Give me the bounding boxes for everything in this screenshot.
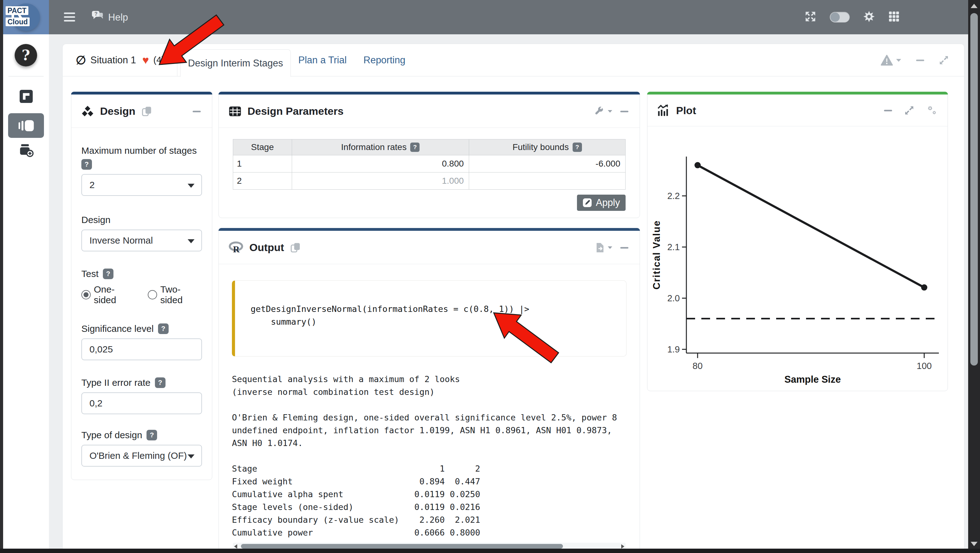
export-dropdown-button[interactable] — [595, 242, 613, 253]
svg-text:2.1: 2.1 — [667, 242, 680, 252]
svg-text:Sample Size: Sample Size — [784, 374, 841, 385]
plot-card: Plot 1.92.02.12.280100Sample SizeCritica… — [647, 92, 948, 391]
design-parameters-table-body: 10.800-6.00021.000 — [233, 155, 625, 190]
page-vertical-scrollbar[interactable] — [968, 0, 980, 553]
tab-plan-a-trial-label: Plan a Trial — [298, 54, 347, 66]
fullscreen-arrows-icon[interactable] — [805, 11, 816, 23]
scroll-up-arrow-icon[interactable] — [970, 4, 977, 8]
help-icon[interactable]: ? — [410, 143, 420, 152]
significance-label: Significance level — [81, 324, 154, 334]
tab-reporting[interactable]: Reporting — [363, 44, 405, 76]
plot-card-title: Plot — [676, 105, 696, 116]
help-icon[interactable]: ? — [103, 269, 113, 279]
help-icon[interactable]: ? — [146, 430, 157, 440]
radio-two-sided[interactable] — [148, 290, 157, 300]
copy-icon[interactable] — [142, 106, 152, 117]
futility-bound-cell[interactable]: -6.000 — [469, 155, 625, 172]
help-icon[interactable]: ? — [81, 159, 92, 170]
apps-grid-icon[interactable] — [888, 11, 900, 23]
collapse-panel-button[interactable] — [915, 55, 926, 65]
favorite-count: (4) — [153, 55, 164, 65]
menu-toggle-icon[interactable] — [64, 13, 75, 22]
sidebar-item-add-situation[interactable] — [3, 143, 49, 157]
futility-bound-cell[interactable] — [469, 172, 625, 190]
scrollbar-thumb[interactable] — [241, 544, 563, 549]
table-row: 21.000 — [233, 172, 625, 190]
expand-card-icon[interactable] — [904, 105, 915, 116]
user-avatar[interactable]: ? — [15, 44, 37, 67]
plot-settings-gears-icon[interactable] — [925, 105, 938, 116]
design-select-value: Inverse Normal — [89, 235, 153, 246]
expand-diagonal-icon — [939, 55, 949, 65]
collapse-card-icon[interactable] — [619, 106, 630, 116]
tab-plan-a-trial[interactable]: Plan a Trial — [298, 44, 347, 76]
flip-layout-icon — [20, 90, 33, 103]
column-header-futility-bounds: Futility bounds? — [469, 139, 625, 155]
wrench-icon — [594, 106, 605, 116]
output-card: R Output getDesignInverseNormal(informat… — [218, 228, 640, 553]
radio-one-sided[interactable] — [81, 290, 91, 300]
warnings-dropdown-button[interactable] — [881, 54, 902, 66]
critical-value-plot: 1.92.02.12.280100Sample SizeCritical Val… — [648, 126, 948, 391]
max-stages-select[interactable]: 2 — [81, 174, 202, 196]
favorite-heart-icon[interactable]: ♥ — [142, 54, 149, 66]
empty-set-icon: ∅ — [76, 54, 86, 66]
svg-text:80: 80 — [693, 361, 703, 371]
tools-dropdown-button[interactable] — [594, 106, 613, 116]
column-header-stage: Stage — [233, 139, 292, 155]
radio-two-sided-label: Two-sided — [160, 284, 202, 305]
help-bubbles-icon: ? — [91, 10, 105, 25]
tab-design-interim-stages[interactable]: Design Interim Stages — [180, 49, 291, 77]
r-code[interactable]: getDesignInverseNormal(informationRates … — [251, 303, 611, 328]
left-sidebar: ? — [3, 34, 49, 553]
tab-bar: ∅ Situation 1 ♥ (4) Design Interim Stage… — [63, 44, 964, 76]
help-icon[interactable]: ? — [155, 378, 165, 388]
design-select-label: Design — [81, 215, 202, 225]
test-label: Test — [81, 269, 99, 279]
type2-error-input[interactable]: 0,2 — [81, 392, 202, 414]
collapse-card-icon[interactable] — [883, 105, 893, 116]
max-stages-label: Maximum number of stages — [81, 145, 202, 156]
apply-button-label: Apply — [596, 197, 620, 208]
logo-text-bottom: Cloud — [6, 18, 30, 26]
expand-panel-button[interactable] — [939, 55, 949, 65]
cards-panel-icon — [18, 120, 34, 132]
sidebar-item-dashboard[interactable] — [3, 90, 49, 103]
collapse-card-icon[interactable] — [619, 242, 630, 253]
collapse-card-icon[interactable] — [191, 106, 202, 116]
apply-button[interactable]: Apply — [577, 194, 625, 211]
information-rate-cell[interactable]: 0.800 — [292, 155, 469, 172]
help-label: Help — [108, 12, 128, 23]
svg-text:2.0: 2.0 — [667, 293, 680, 303]
design-parameters-title: Design Parameters — [248, 105, 344, 117]
cubes-icon — [81, 105, 94, 117]
export-file-icon — [595, 242, 605, 253]
type-of-design-select[interactable]: O'Brien & Fleming (OF) — [81, 445, 202, 467]
information-rate-cell[interactable]: 1.000 — [292, 172, 469, 190]
app-logo[interactable]: R PACT Cloud — [3, 0, 49, 34]
scroll-right-arrow-icon[interactable] — [621, 544, 624, 549]
help-icon[interactable]: ? — [158, 324, 169, 334]
scrollbar-thumb[interactable] — [970, 13, 978, 365]
help-icon[interactable]: ? — [573, 143, 582, 152]
column-header-information-rates: Information rates? — [292, 139, 469, 155]
significance-input[interactable]: 0,025 — [81, 338, 202, 360]
help-button[interactable]: ? Help — [91, 10, 128, 25]
copy-icon[interactable] — [290, 242, 301, 253]
svg-text:100: 100 — [917, 361, 932, 371]
design-parameters-card: Design Parameters Stage Information rate… — [218, 92, 640, 218]
design-select[interactable]: Inverse Normal — [81, 229, 202, 252]
sidebar-item-situations-active[interactable] — [8, 113, 44, 138]
tab-design-interim-stages-label: Design Interim Stages — [188, 58, 283, 69]
scroll-left-arrow-icon[interactable] — [234, 544, 237, 549]
stage-cell: 1 — [233, 155, 292, 172]
scroll-down-arrow-icon[interactable] — [970, 542, 977, 546]
settings-gear-icon[interactable] — [864, 11, 875, 23]
tab-situation-1[interactable]: ∅ Situation 1 ♥ (4) — [63, 44, 177, 76]
max-stages-value: 2 — [89, 180, 95, 190]
theme-toggle[interactable] — [830, 12, 850, 22]
main-panel: ∅ Situation 1 ♥ (4) Design Interim Stage… — [62, 44, 964, 553]
type-of-design-label: Type of design — [81, 430, 142, 440]
chart-icon — [657, 105, 670, 116]
sidebar-divider — [8, 76, 44, 76]
